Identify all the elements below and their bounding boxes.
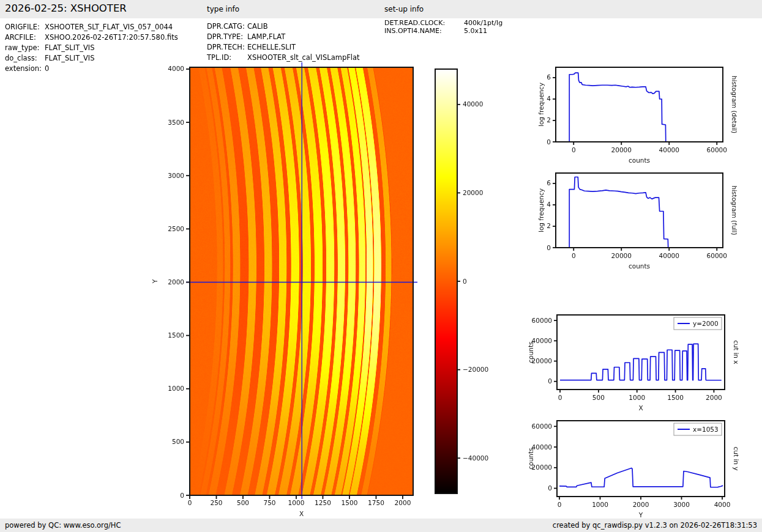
cut-in-x-plot bbox=[557, 315, 725, 390]
field-label: extension: bbox=[5, 64, 42, 73]
field-value: FLAT_SLIT_VIS bbox=[45, 54, 94, 62]
histogram-detail-plot bbox=[556, 67, 723, 142]
footer-bar: powered by QC: www.eso.org/HC created by… bbox=[0, 519, 762, 532]
qc-report-page: 2026-02-25: XSHOOTER type info set-up in… bbox=[0, 0, 762, 532]
main-image-plot bbox=[190, 67, 413, 495]
field-value: LAMP,FLAT bbox=[247, 32, 285, 41]
field-value: XSHOOTER_SLT_FLAT_VIS_057_0044 bbox=[45, 23, 173, 31]
histogram-full-plot bbox=[556, 173, 723, 248]
footer-right: created by qc_rawdisp.py v1.2.3 on 2026-… bbox=[553, 519, 757, 532]
field-value: 0 bbox=[45, 64, 49, 73]
field-value: 5.0x11 bbox=[464, 27, 487, 35]
field-value: 400k/1pt/lg bbox=[464, 19, 502, 27]
field-label: DPR.CATG: bbox=[207, 22, 245, 31]
field-value: ECHELLE,SLIT bbox=[247, 43, 296, 51]
field-label: raw_type: bbox=[5, 43, 40, 52]
type-info-heading: type info bbox=[207, 5, 239, 13]
field-label: ARCFILE: bbox=[5, 33, 36, 42]
field-label: DPR.TECH: bbox=[207, 43, 245, 51]
field-label: ORIGFILE: bbox=[5, 23, 40, 31]
page-title: 2026-02-25: XSHOOTER bbox=[5, 2, 127, 14]
setup-info-heading: set-up info bbox=[384, 5, 424, 13]
cut-in-y-plot bbox=[557, 421, 725, 497]
field-label: INS.OPTI4.NAME: bbox=[384, 27, 442, 35]
footer-left: powered by QC: www.eso.org/HC bbox=[5, 519, 121, 532]
field-value: XSHOOTER_slt_cal_VISLampFlat bbox=[247, 53, 360, 62]
field-label: do_class: bbox=[5, 54, 37, 62]
field-label: DPR.TYPE: bbox=[207, 32, 243, 41]
field-value: CALIB bbox=[247, 22, 268, 31]
field-value: XSHOO.2026-02-26T17:20:57.580.fits bbox=[45, 33, 178, 42]
field-label: DET.READ.CLOCK: bbox=[384, 19, 445, 27]
colorbar bbox=[435, 69, 457, 493]
field-label: TPL.ID: bbox=[207, 53, 231, 62]
field-value: FLAT_SLIT_VIS bbox=[45, 43, 94, 52]
